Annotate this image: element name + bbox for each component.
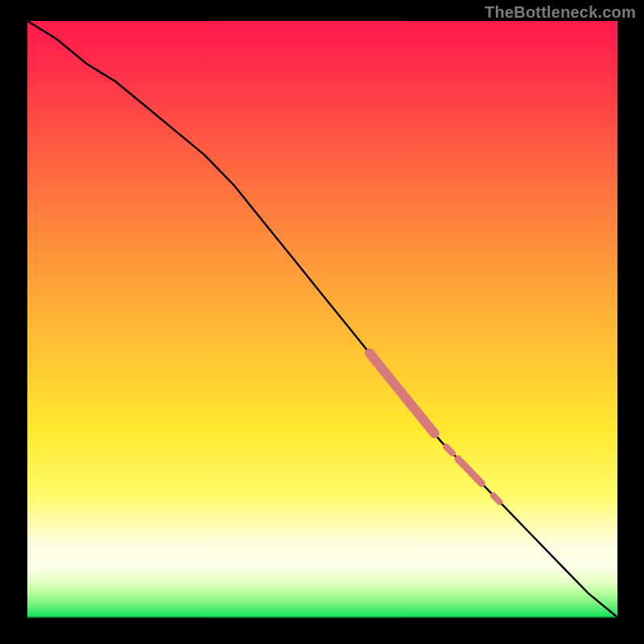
chart-frame: TheBottleneck.com bbox=[0, 0, 644, 644]
plot-area bbox=[27, 21, 617, 630]
watermark-text: TheBottleneck.com bbox=[485, 3, 636, 22]
